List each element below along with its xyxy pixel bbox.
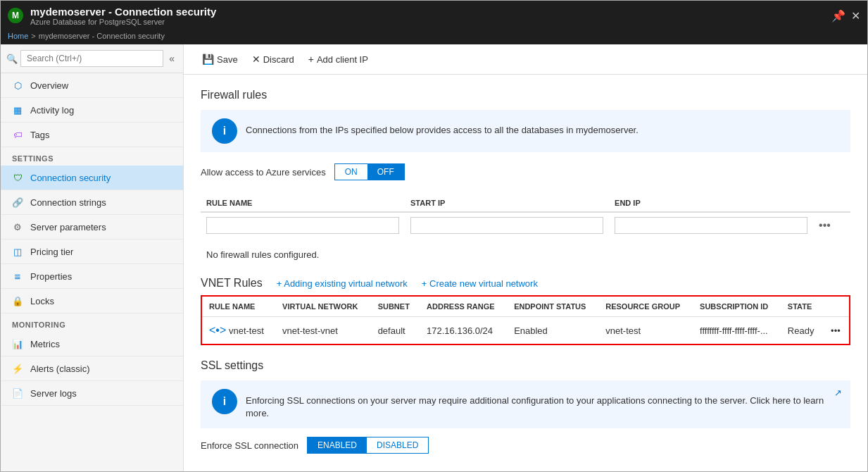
vnet-rules-table: RULE NAME VIRTUAL NETWORK SUBNET ADDRESS…	[202, 297, 849, 344]
overview-icon: ⬡	[12, 80, 23, 91]
pricing-tier-icon: ◫	[12, 246, 23, 257]
discard-label: Discard	[263, 54, 294, 65]
ssl-toggle[interactable]: ENABLED DISABLED	[307, 437, 429, 454]
sidebar-item-activity-log[interactable]: ▦ Activity log	[1, 98, 183, 123]
row-more-options[interactable]: •••	[819, 219, 831, 231]
breadcrumb-home[interactable]: Home	[8, 32, 28, 40]
tags-icon: 🏷	[12, 129, 23, 140]
vnet-col-rule-name: RULE NAME	[202, 297, 275, 317]
server-logs-icon: 📄	[12, 387, 23, 399]
sidebar-item-server-parameters[interactable]: ⚙ Server parameters	[1, 215, 183, 240]
sidebar-item-connection-security[interactable]: 🛡 Connection security	[1, 166, 183, 190]
sidebar-item-label: Locks	[30, 296, 54, 306]
locks-icon: 🔒	[12, 295, 23, 306]
sidebar-item-metrics[interactable]: 📊 Metrics	[1, 332, 183, 356]
toggle-label: Allow access to Azure services	[201, 167, 326, 178]
info-icon: i	[212, 118, 237, 144]
sidebar-item-label: Properties	[30, 271, 72, 282]
vnet-col-resource-group: RESOURCE GROUP	[598, 297, 693, 317]
collapse-icon[interactable]: «	[166, 51, 177, 66]
title-bar: M mydemoserver - Connection security Azu…	[1, 1, 867, 30]
vnet-table-row: <•> vnet-test vnet-test-vnet default 172…	[202, 317, 849, 344]
start-ip-input[interactable]	[410, 217, 603, 234]
sidebar-item-tags[interactable]: 🏷 Tags	[1, 123, 183, 147]
ssl-disabled-button[interactable]: DISABLED	[367, 437, 428, 453]
firewall-info-box: i Connections from the IPs specified bel…	[201, 110, 850, 152]
sidebar-item-alerts[interactable]: ⚡ Alerts (classic)	[1, 356, 183, 381]
connection-strings-icon: 🔗	[12, 197, 23, 208]
main-content: 💾 Save ✕ Discard + Add client IP Firewal…	[184, 44, 867, 471]
azure-services-toggle[interactable]: ON OFF	[334, 163, 405, 180]
save-icon: 💾	[202, 54, 214, 65]
vnet-header: VNET Rules + Adding existing virtual net…	[201, 277, 850, 290]
vnet-col-virtual-network: VIRTUAL NETWORK	[275, 297, 371, 317]
sidebar-item-label: Connection security	[30, 173, 111, 183]
vnet-col-subnet: SUBNET	[371, 297, 420, 317]
connection-security-icon: 🛡	[12, 172, 23, 183]
breadcrumb-sep1: >	[31, 32, 35, 40]
sidebar-item-label: Overview	[30, 80, 68, 91]
table-row: •••	[201, 212, 850, 238]
vnet-resource-group: vnet-test	[598, 317, 693, 344]
vnet-col-subscription-id: SUBSCRIPTION ID	[693, 297, 781, 317]
vnet-col-endpoint-status: ENDPOINT STATUS	[507, 297, 598, 317]
add-client-ip-button[interactable]: + Add client IP	[301, 50, 375, 68]
add-existing-vnet-link[interactable]: + Adding existing virtual network	[277, 278, 408, 289]
sidebar-item-locks[interactable]: 🔒 Locks	[1, 289, 183, 313]
col-rule-name: RULE NAME	[201, 194, 405, 212]
no-rules-text: No firewall rules configured.	[201, 247, 850, 263]
firewall-section-title: Firewall rules	[201, 89, 850, 101]
sidebar-item-server-logs[interactable]: 📄 Server logs	[1, 381, 183, 406]
toggle-off-button[interactable]: OFF	[367, 164, 404, 180]
server-parameters-icon: ⚙	[12, 221, 23, 232]
sidebar-item-pricing-tier[interactable]: ◫ Pricing tier	[1, 240, 183, 264]
sidebar-item-label: Server parameters	[30, 222, 106, 232]
rule-name-input[interactable]	[206, 217, 399, 234]
search-icon: 🔍	[6, 54, 18, 64]
vnet-row-icon: <•>	[209, 324, 226, 336]
vnet-section-title: VNET Rules	[201, 277, 263, 290]
search-bar: 🔍 «	[1, 44, 183, 73]
ssl-external-link-icon[interactable]: ↗	[834, 387, 842, 398]
alerts-icon: ⚡	[12, 363, 23, 374]
metrics-icon: 📊	[12, 338, 23, 349]
window-subtitle: Azure Database for PostgreSQL server	[30, 18, 216, 26]
breadcrumb-resource: mydemoserver - Connection security	[39, 32, 165, 40]
monitoring-section-label: MONITORING	[1, 313, 183, 332]
ssl-info-box: i Enforcing SSL connections on your serv…	[201, 380, 850, 428]
sidebar-item-label: Alerts (classic)	[30, 364, 90, 374]
pin-icon[interactable]: 📌	[831, 9, 845, 23]
toolbar: 💾 Save ✕ Discard + Add client IP	[184, 44, 867, 75]
firewall-rules-table: RULE NAME START IP END IP •••	[201, 194, 850, 238]
discard-icon: ✕	[252, 54, 260, 65]
sidebar-item-label: Pricing tier	[30, 247, 73, 257]
sidebar-item-overview[interactable]: ⬡ Overview	[1, 73, 183, 98]
ssl-info-icon: i	[212, 389, 237, 414]
properties-icon: ≡	[12, 271, 23, 282]
save-label: Save	[217, 54, 238, 65]
vnet-endpoint-status: Enabled	[507, 317, 598, 344]
activity-log-icon: ▦	[12, 104, 23, 116]
app-icon: M	[8, 8, 23, 23]
vnet-virtual-network: vnet-test-vnet	[275, 317, 371, 344]
ssl-enforce-label: Enforce SSL connection	[201, 440, 298, 451]
sidebar-item-connection-strings[interactable]: 🔗 Connection strings	[1, 190, 183, 215]
discard-button[interactable]: ✕ Discard	[245, 50, 301, 68]
close-icon[interactable]: ✕	[851, 9, 860, 23]
vnet-col-state: STATE	[781, 297, 824, 317]
vnet-row-more-options[interactable]: •••	[831, 325, 841, 336]
col-end-ip: END IP	[609, 194, 813, 212]
toggle-on-button[interactable]: ON	[335, 164, 367, 180]
add-ip-label: Add client IP	[317, 54, 368, 65]
vnet-table-wrapper: RULE NAME VIRTUAL NETWORK SUBNET ADDRESS…	[201, 295, 850, 345]
vnet-state: Ready	[781, 317, 824, 344]
end-ip-input[interactable]	[615, 217, 807, 234]
save-button[interactable]: 💾 Save	[195, 50, 245, 68]
ssl-enabled-button[interactable]: ENABLED	[308, 437, 367, 453]
create-new-vnet-link[interactable]: + Create new virtual network	[422, 278, 538, 289]
vnet-col-address-range: ADDRESS RANGE	[420, 297, 507, 317]
search-input[interactable]	[20, 50, 163, 67]
breadcrumb: Home > mydemoserver - Connection securit…	[1, 30, 867, 44]
sidebar-item-properties[interactable]: ≡ Properties	[1, 264, 183, 289]
ssl-info-text: Enforcing SSL connections on your server…	[246, 389, 839, 420]
